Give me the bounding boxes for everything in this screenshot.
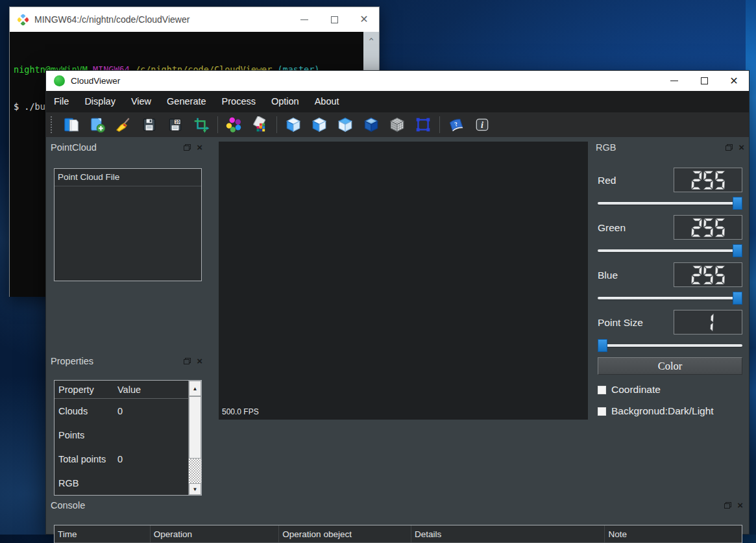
color-palette-icon[interactable] — [252, 116, 269, 133]
menubar: FileDisplayViewGenerateProcessOptionAbou… — [46, 91, 749, 112]
properties-col-value[interactable]: Value — [117, 385, 188, 395]
close-dock-icon[interactable]: × — [738, 144, 744, 151]
git-bash-icon — [18, 14, 29, 25]
properties-col-property[interactable]: Property — [55, 385, 117, 395]
properties-dock-title: Properties — [51, 356, 93, 366]
properties-dock-titlebar[interactable]: Properties × — [46, 353, 208, 370]
properties-row[interactable]: RGB — [55, 471, 188, 495]
menu-item-view[interactable]: View — [123, 91, 159, 112]
svg-text:10: 10 — [175, 120, 180, 124]
green-lcd-display — [674, 215, 742, 240]
add-file-icon[interactable] — [89, 116, 106, 133]
color-button[interactable]: Color — [598, 357, 742, 375]
save-10-icon[interactable]: 10 — [167, 116, 184, 133]
close-dock-icon[interactable]: × — [197, 357, 202, 364]
color-points-icon[interactable] — [226, 116, 243, 133]
float-dock-icon[interactable] — [726, 144, 733, 151]
pointcloud-dock: PointCloud × Point Cloud File — [46, 139, 208, 286]
point-size-slider[interactable] — [598, 339, 742, 352]
rgb-dock-titlebar[interactable]: RGB × — [591, 139, 750, 157]
pointcloud-dock-titlebar[interactable]: PointCloud × — [46, 139, 208, 157]
bounding-box-icon[interactable] — [415, 116, 432, 133]
scrollbar-down-button[interactable]: ▼ — [189, 483, 201, 495]
menu-item-display[interactable]: Display — [77, 91, 123, 112]
menu-item-generate[interactable]: Generate — [159, 91, 213, 112]
menu-item-about[interactable]: About — [307, 91, 347, 112]
properties-table[interactable]: PropertyValueClouds0PointsTotal points0R… — [54, 380, 202, 496]
menu-item-file[interactable]: File — [46, 91, 77, 112]
open-file-icon[interactable] — [63, 116, 80, 133]
about-info-icon[interactable]: i — [474, 116, 491, 133]
app-minimize-button[interactable] — [659, 71, 689, 91]
scrollbar-up-button[interactable]: ▲ — [189, 381, 201, 396]
cube-solid-icon[interactable] — [363, 116, 380, 133]
green-slider-group: Green — [598, 215, 742, 258]
slider-track[interactable] — [598, 297, 742, 299]
toolbar-drag-handle[interactable] — [51, 116, 53, 133]
menu-item-option[interactable]: Option — [263, 91, 307, 112]
terminal-maximize-button[interactable] — [319, 7, 349, 32]
menu-item-process[interactable]: Process — [214, 91, 263, 112]
float-dock-icon[interactable] — [184, 358, 191, 364]
help-book-icon[interactable]: ? — [448, 116, 465, 133]
save-icon[interactable] — [141, 116, 158, 133]
properties-row[interactable]: Total points0 — [55, 447, 188, 471]
slider-handle[interactable] — [733, 197, 742, 210]
scrollbar-track[interactable] — [189, 459, 201, 483]
cube-top-icon[interactable] — [337, 116, 354, 133]
close-dock-icon[interactable]: × — [197, 144, 202, 151]
console-col-operation-obeject[interactable]: Operation obeject — [279, 525, 411, 542]
green-slider[interactable] — [598, 244, 742, 257]
app-title: CloudViewer — [71, 76, 659, 86]
property-name: Points — [55, 430, 117, 440]
scrollbar-thumb[interactable] — [189, 396, 201, 459]
cube-front-icon[interactable] — [285, 116, 302, 133]
minimize-icon — [300, 19, 308, 20]
properties-scrollbar[interactable]: ▲ ▼ — [188, 381, 201, 495]
crop-icon[interactable] — [193, 116, 210, 133]
slider-track[interactable] — [598, 344, 742, 347]
toolbar-separator — [276, 116, 277, 133]
close-dock-icon[interactable]: × — [737, 501, 743, 509]
properties-row[interactable]: Clouds0 — [55, 399, 188, 423]
float-dock-icon[interactable] — [184, 144, 191, 151]
app-titlebar[interactable]: CloudViewer ✕ — [46, 71, 749, 91]
cube-side-icon[interactable] — [311, 116, 328, 133]
console-col-note[interactable]: Note — [605, 525, 742, 542]
slider-handle[interactable] — [733, 244, 742, 257]
rgb-dock: RGB × RedGreenBluePoint Size Color Coord… — [591, 139, 750, 431]
terminal-titlebar[interactable]: MINGW64:/c/nightn/code/CloudViewer ✕ — [10, 7, 379, 32]
console-table[interactable]: TimeOperationOperation obejectDetailsNot… — [54, 525, 742, 543]
console-dock-titlebar[interactable]: Console × — [46, 497, 749, 514]
console-col-operation[interactable]: Operation — [151, 525, 280, 542]
checkbox-box[interactable] — [598, 386, 606, 394]
terminal-close-button[interactable]: ✕ — [349, 7, 379, 32]
dock-area: PointCloud × Point Cloud File Properties… — [46, 137, 749, 534]
toolbar-separator — [217, 116, 218, 133]
blue-slider[interactable] — [598, 292, 742, 305]
slider-handle[interactable] — [598, 339, 607, 352]
app-close-button[interactable]: ✕ — [719, 71, 749, 91]
console-table-header: TimeOperationOperation obejectDetailsNot… — [55, 525, 742, 543]
3d-viewport[interactable]: 500.0 FPS — [219, 142, 588, 420]
pointcloud-tree-header[interactable]: Point Cloud File — [55, 169, 201, 186]
red-slider[interactable] — [598, 197, 742, 210]
properties-row[interactable]: Points — [55, 423, 188, 447]
slider-track[interactable] — [598, 249, 742, 252]
terminal-minimize-button[interactable] — [289, 7, 319, 32]
float-dock-icon[interactable] — [724, 502, 731, 509]
pointcloud-tree[interactable]: Point Cloud File — [54, 168, 202, 281]
coordinate-checkbox[interactable]: Coordinate — [598, 384, 661, 396]
slider-track[interactable] — [598, 202, 742, 205]
point-size-slider-group: Point Size — [598, 310, 742, 353]
checkbox-box[interactable] — [598, 407, 606, 416]
console-col-time[interactable]: Time — [55, 525, 151, 542]
clean-icon[interactable] — [115, 116, 132, 133]
console-col-details[interactable]: Details — [411, 525, 605, 542]
backgronud-dark-light-checkbox[interactable]: Backgronud:Dark/Light — [598, 405, 714, 417]
slider-label: Point Size — [598, 317, 643, 329]
app-maximize-button[interactable] — [689, 71, 719, 91]
slider-handle[interactable] — [733, 292, 742, 305]
mesh-icon[interactable] — [389, 116, 406, 133]
property-name: Total points — [55, 454, 117, 464]
